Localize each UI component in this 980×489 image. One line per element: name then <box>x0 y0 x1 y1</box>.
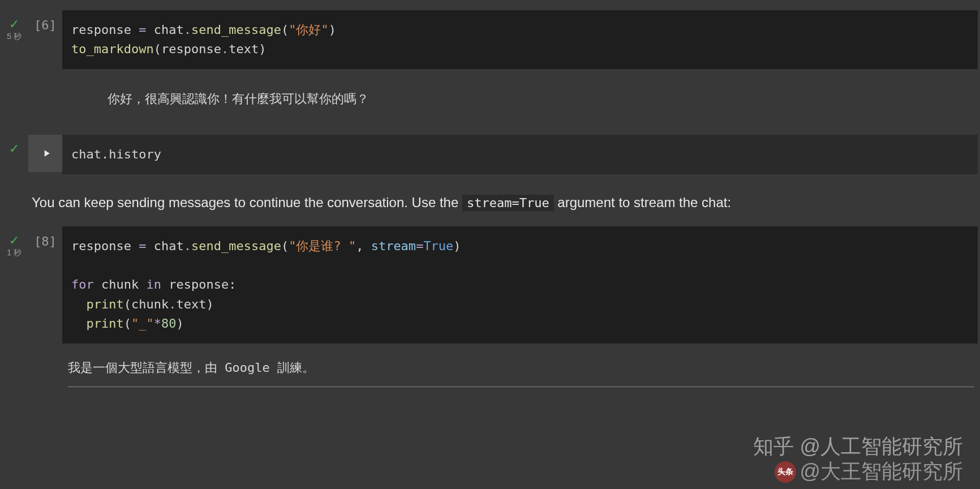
code-cell-8: ✓ 1 秒 [8] response = chat.send_message("… <box>0 226 980 343</box>
output-text: 你好，很高興認識你！有什麼我可以幫你的嗎？ <box>108 92 369 106</box>
cell-timing: 5 秒 <box>0 32 28 42</box>
output-text: 我是一個大型語言模型，由 Google 訓練。 <box>68 361 315 375</box>
check-icon: ✓ <box>0 234 28 247</box>
cell-prompt: [8] <box>28 226 62 248</box>
watermark-toutiao-text: @大王智能研究所 <box>800 458 963 486</box>
code-editor[interactable]: response = chat.send_message("你是谁? ", st… <box>62 226 978 343</box>
code-cell-6: ✓ 5 秒 [6] response = chat.send_message("… <box>0 10 980 69</box>
check-icon: ✓ <box>0 143 28 155</box>
markdown-cell: You can keep sending messages to continu… <box>0 179 980 226</box>
output-divider <box>68 387 974 387</box>
check-icon: ✓ <box>0 18 28 31</box>
cell-status-gutter: ✓ <box>0 135 28 155</box>
code-cell-history: ✓ chat.history <box>0 135 980 174</box>
markdown-text-part1: You can keep sending messages to continu… <box>32 195 462 210</box>
code-editor[interactable]: chat.history <box>62 135 978 174</box>
code-editor[interactable]: response = chat.send_message("你好") to_ma… <box>62 10 978 69</box>
cell-prompt: [6] <box>28 10 62 32</box>
watermark-zhihu: 知乎 @人工智能研究所 <box>753 433 963 461</box>
play-icon <box>41 148 52 159</box>
cell-status-gutter: ✓ 1 秒 <box>0 226 28 258</box>
cell-run-area <box>28 135 62 172</box>
cell-timing: 1 秒 <box>0 248 28 258</box>
watermark-toutiao: 头条 @大王智能研究所 <box>775 458 963 486</box>
prompt-label: [6] <box>34 18 57 32</box>
toutiao-logo-icon: 头条 <box>775 461 796 483</box>
inline-code: stream=True <box>462 195 554 211</box>
cell-status-gutter: ✓ 5 秒 <box>0 10 28 42</box>
prompt-label: [8] <box>34 234 57 248</box>
cell-output: 你好，很高興認識你！有什麼我可以幫你的嗎？ <box>62 74 980 125</box>
markdown-text-part2: argument to stream the chat: <box>554 195 732 210</box>
run-button[interactable] <box>32 140 58 166</box>
cell-output: 我是一個大型語言模型，由 Google 訓練。 <box>62 348 980 393</box>
